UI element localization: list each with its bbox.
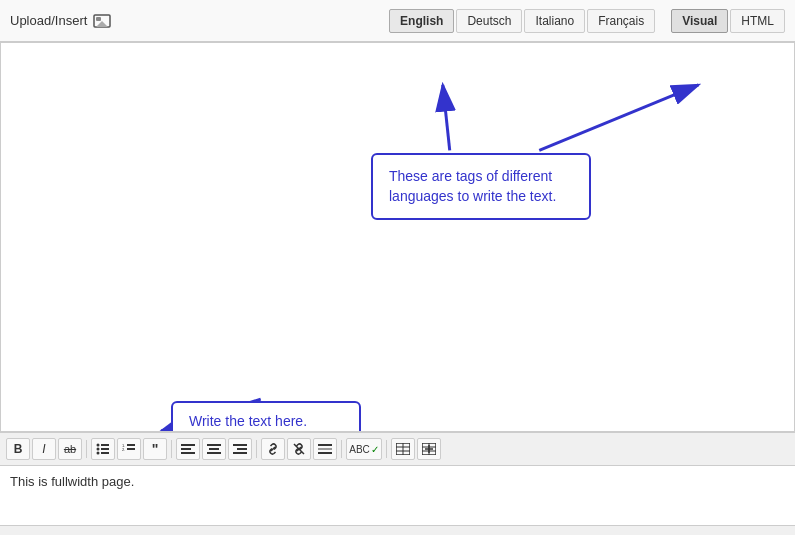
view-tabs: Visual HTML xyxy=(671,9,785,33)
tab-english[interactable]: English xyxy=(389,9,454,33)
separator-2 xyxy=(171,440,172,458)
spellcheck-button[interactable]: ABC✓ xyxy=(346,438,382,460)
separator-5 xyxy=(386,440,387,458)
svg-rect-21 xyxy=(209,448,219,450)
content-text: This is fullwidth page. xyxy=(10,474,134,489)
editor-content[interactable]: This is fullwidth page. xyxy=(0,466,795,526)
tab-visual[interactable]: Visual xyxy=(671,9,728,33)
table-options-button[interactable] xyxy=(417,438,441,460)
svg-rect-24 xyxy=(237,448,247,450)
separator-4 xyxy=(341,440,342,458)
strikethrough-button[interactable]: ab xyxy=(58,438,82,460)
separator-3 xyxy=(256,440,257,458)
insert-table-button[interactable] xyxy=(391,438,415,460)
write-annotation-box: Write the text here. xyxy=(171,401,361,432)
svg-point-9 xyxy=(97,448,100,451)
blockquote-button[interactable]: " xyxy=(143,438,167,460)
svg-point-7 xyxy=(97,444,100,447)
top-bar: Upload/Insert English Deutsch Italiano F… xyxy=(0,0,795,42)
upload-insert-label: Upload/Insert xyxy=(10,13,87,28)
arrows-overlay xyxy=(1,43,794,431)
language-tabs: English Deutsch Italiano Français xyxy=(389,9,655,33)
bold-button[interactable]: B xyxy=(6,438,30,460)
link-button[interactable] xyxy=(261,438,285,460)
align-left-button[interactable] xyxy=(176,438,200,460)
svg-rect-27 xyxy=(318,444,332,446)
tab-italiano[interactable]: Italiano xyxy=(524,9,585,33)
separator-1 xyxy=(86,440,87,458)
svg-rect-12 xyxy=(101,452,109,454)
tab-html[interactable]: HTML xyxy=(730,9,785,33)
svg-rect-20 xyxy=(207,444,221,446)
svg-line-5 xyxy=(539,85,698,151)
align-right-button[interactable] xyxy=(228,438,252,460)
svg-rect-8 xyxy=(101,444,109,446)
ol-button[interactable]: 1.2. xyxy=(117,438,141,460)
write-annotation-text: Write the text here. xyxy=(189,413,307,429)
svg-rect-19 xyxy=(181,452,195,454)
upload-insert-section: Upload/Insert xyxy=(10,13,111,28)
svg-rect-25 xyxy=(233,452,247,454)
upload-icon xyxy=(93,14,111,28)
tab-francais[interactable]: Français xyxy=(587,9,655,33)
svg-rect-28 xyxy=(318,448,332,450)
svg-rect-22 xyxy=(207,452,221,454)
svg-rect-29 xyxy=(318,452,332,454)
svg-rect-17 xyxy=(181,444,195,446)
tab-deutsch[interactable]: Deutsch xyxy=(456,9,522,33)
editor-area: These are tags of different languages to… xyxy=(0,42,795,432)
svg-rect-10 xyxy=(101,448,109,450)
svg-line-4 xyxy=(443,85,450,151)
svg-marker-2 xyxy=(96,21,108,27)
svg-rect-16 xyxy=(127,448,135,450)
hr-button[interactable] xyxy=(313,438,337,460)
align-center-button[interactable] xyxy=(202,438,226,460)
svg-rect-23 xyxy=(233,444,247,446)
svg-text:2.: 2. xyxy=(122,447,125,452)
svg-rect-1 xyxy=(96,17,101,21)
lang-annotation-box: These are tags of different languages to… xyxy=(371,153,591,220)
italic-button[interactable]: I xyxy=(32,438,56,460)
ul-button[interactable] xyxy=(91,438,115,460)
svg-rect-18 xyxy=(181,448,191,450)
editor-toolbar: B I ab 1.2. " ABC✓ xyxy=(0,432,795,466)
svg-rect-14 xyxy=(127,444,135,446)
svg-point-11 xyxy=(97,452,100,455)
unlink-button[interactable] xyxy=(287,438,311,460)
lang-annotation-text: These are tags of different languages to… xyxy=(389,168,556,204)
